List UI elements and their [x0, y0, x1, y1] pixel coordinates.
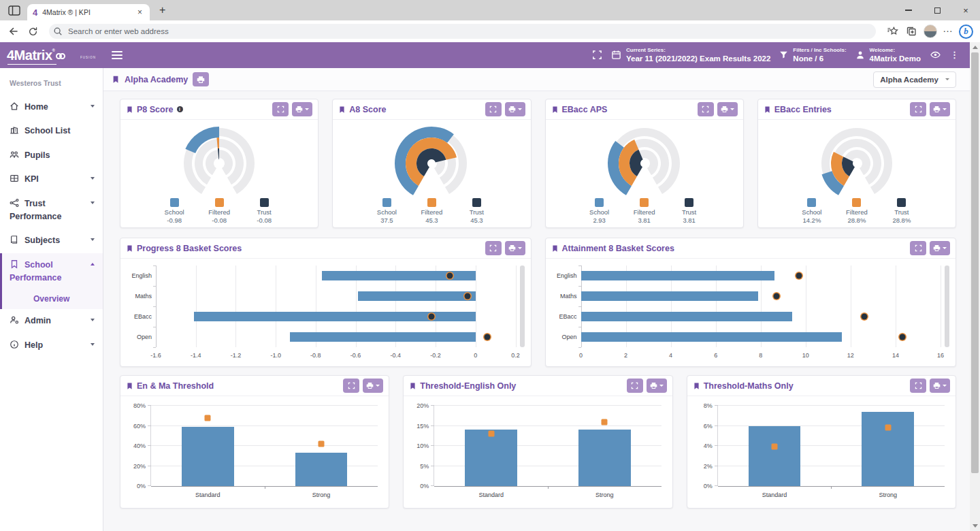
- favorites-icon[interactable]: [885, 25, 899, 38]
- print-button[interactable]: [930, 379, 950, 393]
- bar-standard: [465, 430, 517, 486]
- axis-tick: [265, 486, 265, 489]
- axis-tick: [153, 306, 156, 307]
- filters-summary[interactable]: Filters / Inc Schools: None / 6: [779, 47, 846, 64]
- sidebar-item-help[interactable]: Help: [0, 334, 103, 357]
- axis-tick-label: 40%: [121, 442, 146, 449]
- legend-value: 28.8%: [892, 216, 911, 225]
- printer-icon: [508, 106, 516, 113]
- legend-value: 3.81: [683, 216, 696, 225]
- sidebar-item-pupils[interactable]: Pupils: [0, 144, 103, 167]
- back-button[interactable]: [7, 25, 20, 38]
- menu-ellipsis-icon[interactable]: …: [943, 27, 953, 36]
- print-button[interactable]: [717, 102, 738, 116]
- maximize-button[interactable]: [923, 0, 951, 20]
- print-button[interactable]: [930, 241, 950, 255]
- legend-value: 45.3: [470, 216, 483, 225]
- page-scrollbar[interactable]: [970, 42, 980, 531]
- card-title: Attainment 8 Basket Scores: [562, 244, 674, 253]
- profile-avatar[interactable]: [924, 25, 937, 38]
- axis-tick-label: 8: [759, 352, 762, 359]
- fullscreen-icon[interactable]: [592, 50, 602, 60]
- expand-button[interactable]: [485, 241, 502, 255]
- school-selector-dropdown[interactable]: Alpha Academy: [873, 71, 956, 88]
- bookmark-icon: [126, 244, 133, 253]
- axis-tick: [578, 306, 581, 307]
- axis-tick: [578, 347, 581, 348]
- sidebar-item-trust-performance[interactable]: Trust Performance: [0, 192, 103, 229]
- expand-button[interactable]: [910, 102, 926, 116]
- browser-tab[interactable]: 4 4Matrix ® | KPI ×: [27, 4, 150, 20]
- axis-tick: [431, 425, 434, 426]
- kebab-menu-icon[interactable]: ⋮: [950, 50, 959, 60]
- info-icon[interactable]: i: [177, 106, 183, 112]
- menu-hamburger-icon[interactable]: [112, 51, 122, 59]
- expand-button[interactable]: [910, 241, 926, 255]
- fullscreen-icon: [489, 244, 497, 252]
- legend-swatch: [382, 198, 391, 207]
- chevron-down-icon: [943, 247, 947, 249]
- printer-icon: [933, 106, 941, 113]
- new-tab-button[interactable]: +: [159, 4, 165, 16]
- scroll-up-icon[interactable]: [973, 46, 978, 49]
- print-button[interactable]: [647, 379, 667, 393]
- print-button[interactable]: [505, 241, 525, 255]
- print-page-button[interactable]: [193, 72, 209, 86]
- print-button[interactable]: [292, 102, 312, 116]
- legend-name: School: [377, 208, 397, 216]
- sidebar-item-subjects[interactable]: Subjects: [0, 229, 103, 253]
- user-icon: [855, 50, 865, 60]
- series-value: Year 11 (2021/2022) Exam Results 2022: [626, 54, 770, 63]
- current-series[interactable]: Current Series: Year 11 (2021/2022) Exam…: [611, 47, 770, 64]
- refresh-button[interactable]: [26, 25, 39, 38]
- page-title: Alpha Academy: [125, 75, 188, 84]
- category-label: Standard: [762, 492, 787, 498]
- admin-user-icon: [10, 315, 19, 325]
- axis-tick-label: -0.6: [350, 352, 361, 359]
- axis-tick-label: 4%: [688, 442, 713, 449]
- legend-name: Trust: [470, 208, 484, 216]
- print-button[interactable]: [363, 379, 383, 393]
- print-button[interactable]: [505, 102, 525, 116]
- chevron-down-icon: [91, 177, 95, 180]
- tab-close-icon[interactable]: ×: [135, 7, 144, 17]
- scroll-down-icon[interactable]: [973, 524, 978, 528]
- sidebar-item-kpi[interactable]: KPI: [0, 167, 103, 191]
- legend-item: School-0.98: [157, 198, 191, 225]
- gauge-svg: [546, 120, 743, 200]
- legend-item: Trust3.81: [672, 198, 706, 225]
- chevron-down-icon: [91, 319, 95, 321]
- expand-button[interactable]: [627, 379, 643, 393]
- sidebar-item-home[interactable]: Home: [0, 95, 103, 119]
- sidebar-item-admin[interactable]: Admin: [0, 309, 103, 333]
- expand-button[interactable]: [272, 102, 289, 116]
- eye-icon[interactable]: [930, 50, 941, 60]
- fullscreen-icon: [631, 382, 638, 389]
- series-label: Current Series:: [626, 47, 770, 54]
- minimize-button[interactable]: [894, 0, 923, 20]
- close-button[interactable]: ×: [951, 0, 980, 20]
- tab-manager-icon[interactable]: [8, 5, 20, 16]
- sidebar-item-label: Admin: [24, 316, 51, 325]
- card-title: EBacc Entries: [774, 105, 832, 114]
- legend-swatch: [215, 198, 224, 207]
- plot-area: 0%5%10%15%20%StandardStrong: [434, 406, 661, 486]
- axis-tick: [715, 405, 718, 406]
- sidebar-item-school-performance[interactable]: School Performance: [2, 253, 103, 291]
- print-button[interactable]: [930, 102, 950, 116]
- gauge-legend: School2.93Filtered3.81Trust3.81: [546, 198, 743, 225]
- bing-chat-icon[interactable]: b: [959, 25, 973, 39]
- address-bar[interactable]: Search or enter web address: [49, 24, 876, 39]
- expand-button[interactable]: [910, 379, 926, 393]
- sidebar-item-overview[interactable]: Overview: [2, 290, 103, 309]
- expand-button[interactable]: [343, 379, 359, 393]
- expand-button[interactable]: [485, 102, 502, 116]
- welcome-user[interactable]: Welcome: 4Matrix Demo: [855, 47, 921, 64]
- gridline: [434, 425, 661, 426]
- collections-icon[interactable]: [904, 25, 918, 38]
- expand-button[interactable]: [698, 102, 714, 116]
- plot-area: 0%20%40%60%80%StandardStrong: [150, 406, 378, 486]
- scrollbar-thumb[interactable]: [971, 52, 979, 473]
- axis-tick: [148, 405, 151, 406]
- sidebar-item-school-list[interactable]: School List: [0, 119, 103, 143]
